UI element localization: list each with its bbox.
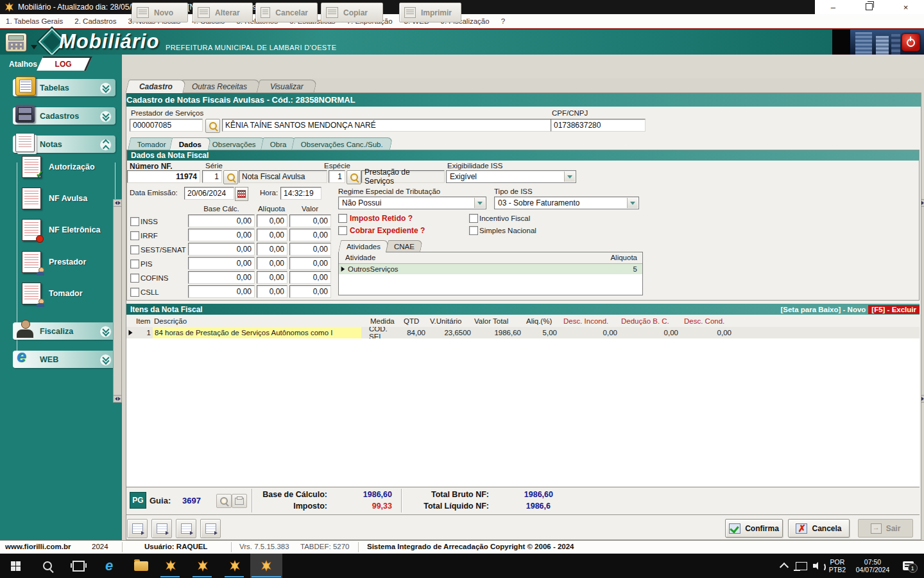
prestador-search-button[interactable] <box>205 119 220 133</box>
taskbar-app1-button[interactable] <box>159 554 182 578</box>
tab-observacoes[interactable]: Observações <box>203 137 266 150</box>
sidebar-item-tomador[interactable]: Tomador <box>22 283 83 304</box>
chevron-down-icon[interactable] <box>99 326 112 338</box>
pis-aliq-input[interactable]: 0,00 <box>257 257 287 270</box>
close-button[interactable]: × <box>896 3 916 12</box>
inss-checkbox[interactable] <box>130 217 139 226</box>
especie-input[interactable]: 1 <box>329 170 345 183</box>
copiar-button[interactable]: Copiar <box>321 3 383 22</box>
alterar-button[interactable]: Alterar <box>193 3 253 22</box>
cobrar-expediente-checkbox[interactable] <box>338 226 347 235</box>
cancelar-button[interactable]: Cancelar <box>255 3 318 22</box>
guia-search-button[interactable] <box>216 494 232 508</box>
taskbar-search-button[interactable] <box>36 554 59 578</box>
hora-input[interactable]: 14:32:19 <box>280 187 321 200</box>
especie-search-button[interactable] <box>346 170 361 184</box>
menu-help[interactable]: ? <box>495 17 511 25</box>
inss-aliq-input[interactable]: 0,00 <box>257 215 287 227</box>
taskbar-ie-button[interactable]: e <box>98 554 121 578</box>
data-emissao-input[interactable]: 20/06/2024 <box>184 187 234 200</box>
csll-valor-input[interactable]: 0,00 <box>289 285 331 298</box>
menu-cadastros[interactable]: 2. Cadastros <box>69 17 122 25</box>
prestador-name-input[interactable]: KÊNIA TAÍNE SANTOS MENDONÇA NARÉ <box>222 119 563 132</box>
irrf-aliq-input[interactable]: 0,00 <box>257 229 287 241</box>
atividade-row[interactable]: OutrosServiços 5 <box>339 264 642 274</box>
pis-checkbox[interactable] <box>130 259 139 268</box>
sidebar-item-nf-eletronica[interactable]: NF Eletrônica <box>22 219 101 241</box>
notification-center-button[interactable]: 1 <box>898 554 918 578</box>
cancela-button[interactable]: ✗ Cancela <box>788 519 850 538</box>
imprimir-button[interactable]: Imprimir <box>399 3 461 22</box>
cofins-checkbox[interactable] <box>130 274 139 283</box>
sidebar-group-fiscaliza[interactable]: Fiscaliza <box>13 322 116 340</box>
sidebar-item-autorizacao[interactable]: ✓ Autorização <box>22 156 95 178</box>
tray-volume-button[interactable] <box>810 554 826 578</box>
sidebar-group-tabelas[interactable]: Tabelas <box>13 79 116 96</box>
incentivo-fiscal-checkbox[interactable] <box>469 214 478 223</box>
sest-aliq-input[interactable]: 0,00 <box>257 243 287 256</box>
cpf-input[interactable]: 01738637280 <box>551 119 646 132</box>
tab-cadastro[interactable]: Cadastro <box>125 80 186 93</box>
grid-nav-add-button[interactable] <box>151 519 172 538</box>
cofins-base-input[interactable]: 0,00 <box>188 271 255 284</box>
tray-network-button[interactable] <box>793 554 810 578</box>
csll-base-input[interactable]: 0,00 <box>188 285 255 298</box>
calendar-button[interactable] <box>235 187 248 201</box>
taskbar-explorer-button[interactable] <box>128 554 154 578</box>
confirma-button[interactable]: Confirma <box>725 519 783 538</box>
simples-nacional-checkbox[interactable] <box>469 226 478 235</box>
task-view-button[interactable] <box>67 554 90 578</box>
sidebar-item-prestador[interactable]: Prestador <box>22 251 86 273</box>
prestador-code-input[interactable]: 000007085 <box>130 119 203 132</box>
sidebar-group-web[interactable]: e WEB <box>13 351 116 368</box>
sest-valor-input[interactable]: 0,00 <box>289 243 331 256</box>
serie-input[interactable]: 1 <box>202 170 222 183</box>
inss-base-input[interactable]: 0,00 <box>188 215 255 227</box>
exigibilidade-select[interactable]: Exigível <box>446 170 576 183</box>
cofins-valor-input[interactable]: 0,00 <box>289 271 331 284</box>
sidebar-group-notas[interactable]: Notas <box>13 136 116 153</box>
chevron-up-icon[interactable] <box>99 139 112 151</box>
irrf-base-input[interactable]: 0,00 <box>188 229 255 241</box>
inss-valor-input[interactable]: 0,00 <box>289 215 331 227</box>
irrf-valor-input[interactable]: 0,00 <box>289 229 331 241</box>
start-button[interactable] <box>4 554 27 578</box>
taskbar-app3-button[interactable] <box>223 554 246 578</box>
taskbar-app4-active[interactable] <box>250 554 282 578</box>
pis-base-input[interactable]: 0,00 <box>188 257 255 270</box>
grid-report-button[interactable] <box>200 519 221 538</box>
tab-atividades[interactable]: Atividades <box>338 240 389 252</box>
tray-expand-button[interactable] <box>776 554 792 578</box>
tab-observacoes-canc-sub[interactable]: Observações Canc./Sub. <box>291 137 393 150</box>
tab-outras-receitas[interactable]: Outras Receitas <box>178 80 261 93</box>
taskbar-app2-button[interactable] <box>191 554 214 578</box>
numero-nf-input[interactable]: 11974 <box>127 170 200 183</box>
minimize-button[interactable]: – <box>823 3 843 12</box>
csll-checkbox[interactable] <box>130 288 139 297</box>
tab-visualizar[interactable]: Visualizar <box>256 80 317 93</box>
sidebar-atalhos-label[interactable]: Atalhos <box>9 60 37 69</box>
itens-grid-empty[interactable] <box>126 338 920 486</box>
irrf-checkbox[interactable] <box>130 231 139 240</box>
sidebar-log-tab[interactable]: LOG <box>37 57 92 71</box>
tray-clock-button[interactable]: 07:5004/07/2024 <box>848 554 897 578</box>
left-splitter[interactable] <box>113 199 122 403</box>
novo-button[interactable]: Novo <box>132 3 188 22</box>
chevron-down-icon[interactable] <box>99 354 112 366</box>
imposto-retido-checkbox[interactable] <box>338 214 347 223</box>
tab-tomador[interactable]: Tomador <box>128 137 176 150</box>
menu-tabelas-gerais[interactable]: 1. Tabelas Gerais <box>0 17 69 25</box>
chevron-down-icon[interactable] <box>99 82 112 94</box>
tipo-iss-select[interactable]: 03 - Sobre Faturamento <box>494 197 639 209</box>
sidebar-group-cadastros[interactable]: Cadastros <box>13 107 116 125</box>
tray-language-button[interactable]: PORPTB2 <box>826 554 848 578</box>
sest-base-input[interactable]: 0,00 <box>188 243 255 256</box>
guia-print-button[interactable] <box>232 494 247 508</box>
cofins-aliq-input[interactable]: 0,00 <box>257 271 287 284</box>
chevron-down-icon[interactable] <box>99 110 112 123</box>
tab-cnae[interactable]: CNAE <box>386 240 423 252</box>
serie-search-button[interactable] <box>223 170 238 184</box>
restore-button[interactable] <box>860 3 879 12</box>
sest-checkbox[interactable] <box>130 245 139 254</box>
sair-button[interactable]: Sair <box>858 519 913 538</box>
